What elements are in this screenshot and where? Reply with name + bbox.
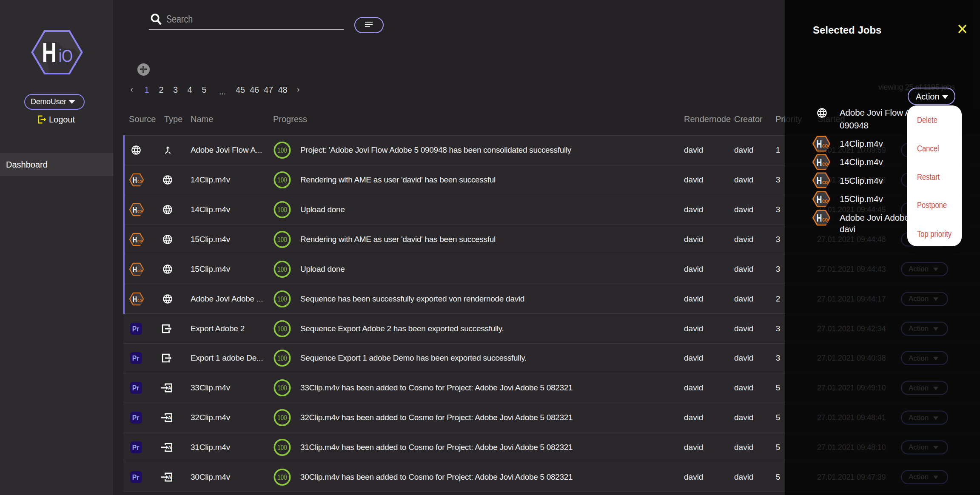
- svg-text:100: 100: [277, 473, 287, 481]
- svg-text:iO: iO: [59, 46, 73, 65]
- svg-text:100: 100: [277, 236, 287, 243]
- svg-text:100: 100: [277, 147, 287, 154]
- svg-text:H: H: [42, 37, 57, 68]
- svg-text:100: 100: [277, 414, 287, 421]
- svg-text:100: 100: [277, 384, 287, 392]
- svg-text:100: 100: [277, 265, 287, 273]
- svg-text:100: 100: [277, 355, 287, 362]
- svg-text:100: 100: [277, 176, 287, 184]
- svg-text:100: 100: [277, 206, 287, 213]
- svg-text:100: 100: [277, 444, 287, 451]
- svg-text:100: 100: [277, 325, 287, 332]
- svg-text:100: 100: [277, 295, 287, 302]
